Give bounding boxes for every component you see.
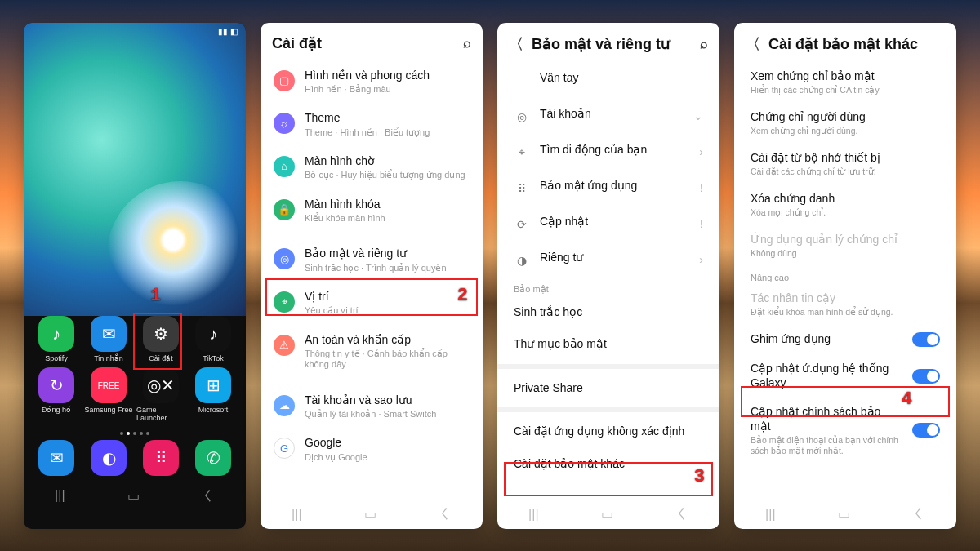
other-security-row[interactable]: Cập nhật chính sách bảo mậtBảo mật điện … (739, 398, 951, 463)
security-row[interactable]: ⠿Bảo mật ứng dụng! (502, 170, 715, 206)
security-row[interactable]: ⌖Tìm di động của bạn› (502, 134, 715, 170)
header: 〈 Bảo mật và riêng tư ⌕ (497, 23, 719, 62)
row-icon: ⌖ (274, 291, 295, 313)
nav-bar[interactable]: |||▭く (24, 481, 246, 510)
other-security-row[interactable]: Xóa chứng danhXóa mọi chứng chỉ. (739, 184, 951, 225)
settings-row[interactable]: ▢Hình nền và phong cáchHình nền · Bảng m… (265, 60, 478, 104)
row-title: Tài khoản (540, 107, 684, 122)
app-icon: ♪ (38, 316, 74, 352)
row-title: Cập nhật chính sách bảo mật (751, 405, 902, 433)
app-phone[interactable]: ✆ (189, 440, 238, 476)
row-subtitle: Hiển thị các chứng chỉ CA tin cậy. (751, 85, 940, 96)
nav-bar[interactable]: |||▭く (734, 500, 956, 529)
app-đồng-hồ[interactable]: ↻Đồng hồ (32, 367, 81, 422)
wallpaper: ▮▮ ◧ (24, 23, 246, 317)
app-label: Cài đặt (149, 354, 173, 362)
app-apps[interactable]: ⠿ (136, 440, 185, 476)
row-icon: ◑ (514, 252, 530, 269)
header: 〈 Cài đặt bảo mật khác (734, 23, 956, 62)
app-microsoft[interactable]: ⊞Microsoft (189, 367, 238, 422)
nav-bar[interactable]: |||▭く (261, 500, 483, 529)
app-samsung-free[interactable]: FREESamsung Free (84, 367, 133, 422)
back-icon[interactable]: 〈 (746, 34, 760, 54)
security-row[interactable]: Cài đặt ứng dụng không xác định (502, 415, 715, 448)
step-1-label: 1 (150, 286, 161, 306)
other-security-list: Xem chứng chỉ bảo mậtHiển thị các chứng … (734, 62, 956, 500)
security-row[interactable]: ⟳Cập nhật! (502, 206, 715, 242)
row-icon: ◎ (514, 109, 530, 125)
warning-icon: ! (700, 217, 703, 230)
row-subtitle: Dịch vụ Google (305, 452, 470, 463)
security-row[interactable]: ◑Riêng tư› (502, 242, 715, 278)
row-title: Cài đặt bảo mật khác (514, 457, 703, 472)
security-row[interactable]: Cài đặt bảo mật khác (502, 448, 715, 481)
app-icon: FREE (91, 367, 127, 403)
row-icon: 🔒 (274, 199, 295, 220)
row-title: Hình nền và phong cách (305, 69, 470, 83)
settings-row[interactable]: 🔒Màn hình khóaKiểu khóa màn hình (265, 189, 478, 233)
search-icon[interactable]: ⌕ (700, 37, 708, 51)
panel-1-home: ▮▮ ◧ ♪Spotify✉Tin nhắn⚙Cài đặt♪TikTok ↻Đ… (24, 23, 246, 529)
row-title: Ghim ứng dụng (751, 332, 902, 347)
row-title: Bảo mật và riêng tư (305, 247, 470, 261)
row-icon: ◎ (274, 248, 295, 269)
row-title: Private Share (514, 381, 703, 396)
toggle-switch[interactable] (912, 332, 940, 347)
row-icon: ☼ (274, 113, 295, 134)
security-row[interactable]: Sinh trắc học (502, 296, 715, 329)
security-row[interactable]: ◎Tài khoản⌄ (502, 98, 715, 134)
other-security-row: Tác nhân tin cậyĐặt kiểu khóa màn hình đ… (739, 284, 951, 325)
other-security-row[interactable]: Xem chứng chỉ bảo mậtHiển thị các chứng … (739, 62, 951, 103)
recents-button[interactable]: ||| (55, 488, 65, 503)
other-security-row[interactable]: Ghim ứng dụng (739, 325, 951, 354)
app-internet[interactable]: ◐ (84, 440, 133, 476)
app-label: Game Launcher (136, 406, 185, 422)
back-icon[interactable]: 〈 (509, 34, 523, 54)
toggle-switch[interactable] (912, 369, 940, 384)
settings-row[interactable]: ⚠An toàn và khẩn cấpThông tin y tế · Cản… (265, 325, 478, 379)
home-button[interactable]: ▭ (127, 488, 140, 504)
security-row[interactable]: Vân tay (502, 62, 715, 98)
row-subtitle: Theme · Hình nền · Biểu tượng (305, 127, 470, 138)
toggle-switch[interactable] (912, 423, 940, 438)
settings-row[interactable]: ⌖Vị tríYêu cầu vị trí (265, 282, 478, 325)
app-spotify[interactable]: ♪Spotify (32, 316, 81, 362)
row-title: An toàn và khẩn cấp (305, 333, 470, 348)
search-icon[interactable]: ⌕ (463, 36, 471, 51)
settings-row[interactable]: ⌂Màn hình chờBố cục · Huy hiệu biểu tượn… (265, 146, 478, 189)
row-subtitle: Bảo mật điện thoại của bạn với chính sác… (751, 435, 902, 455)
row-icon: ⟳ (514, 216, 530, 233)
app-tin-nhắn[interactable]: ✉Tin nhắn (84, 316, 133, 362)
app-label: Tin nhắn (94, 354, 123, 362)
row-subtitle: Sinh trắc học · Trình quản lý quyền (305, 263, 470, 273)
app-icon: ⠿ (143, 440, 179, 476)
page-dots[interactable] (24, 432, 246, 435)
row-title: Ứng dụng quản lý chứng chỉ (751, 233, 940, 247)
other-security-row[interactable]: Cập nhật ứ.dụng hệ thống Galaxy (739, 354, 951, 398)
other-security-row[interactable]: Cài đặt từ bộ nhớ thiết bịCài đặt các ch… (739, 144, 951, 184)
settings-row[interactable]: ◎Bảo mật và riêng tưSinh trắc học · Trìn… (265, 238, 478, 282)
row-icon: ☁ (274, 395, 295, 416)
row-title: Cài đặt ứng dụng không xác định (514, 424, 703, 439)
app-icon: ◐ (91, 440, 127, 476)
app-icon: ↻ (38, 367, 74, 403)
row-icon: ▢ (274, 70, 295, 91)
row-title: Chứng chỉ người dùng (751, 110, 940, 125)
security-row[interactable]: Thư mục bảo mật (502, 328, 715, 361)
row-title: Sinh trắc học (514, 305, 703, 320)
app-game-launcher[interactable]: ◎✕Game Launcher (136, 367, 185, 422)
warning-icon: ! (700, 181, 703, 194)
row-title: Màn hình khóa (305, 198, 470, 212)
row-title: Cập nhật (540, 215, 690, 229)
row-subtitle: Kiểu khóa màn hình (305, 213, 470, 224)
security-row[interactable]: Private Share (502, 372, 715, 405)
settings-row[interactable]: ☁Tài khoản và sao lưuQuản lý tài khoản ·… (265, 385, 478, 429)
settings-row[interactable]: GGoogleDịch vụ Google (265, 428, 478, 471)
app-label: Đồng hồ (42, 406, 71, 414)
nav-bar[interactable]: |||▭く (497, 500, 719, 529)
row-title: Cập nhật ứ.dụng hệ thống Galaxy (751, 362, 902, 390)
other-security-row[interactable]: Chứng chỉ người dùngXem chứng chỉ người … (739, 103, 951, 144)
app-messages[interactable]: ✉ (32, 440, 81, 476)
settings-row[interactable]: ☼ThemeTheme · Hình nền · Biểu tượng (265, 103, 478, 146)
back-button[interactable]: く (202, 487, 215, 504)
